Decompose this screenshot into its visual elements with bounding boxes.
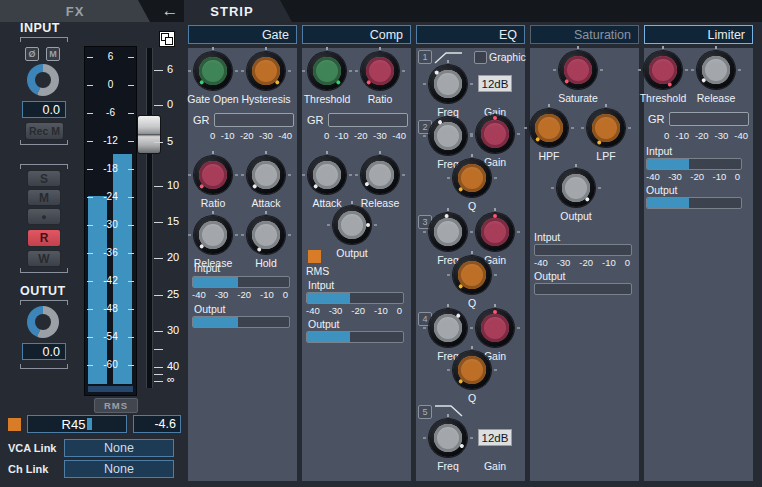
saturation-header[interactable]: Saturation (530, 25, 639, 44)
eq-band5-marker[interactable]: 5 (418, 405, 432, 419)
channel-color-swatch[interactable] (8, 418, 21, 431)
gate-hold-knob[interactable] (247, 216, 285, 254)
meter-tick: -18 (85, 163, 136, 174)
gate-header[interactable]: Gate (188, 25, 297, 44)
fader-tick (154, 186, 163, 187)
meter-tick: -12 (85, 135, 136, 146)
comp-io-scale: -40-30-20-100 (306, 305, 402, 316)
knob-indicator-dot (493, 214, 497, 218)
limiter-threshold-unit: Threshold (638, 51, 688, 104)
hpf-label: HPF (539, 150, 560, 162)
saturate-unit: Saturate (553, 51, 603, 104)
eq-header[interactable]: EQ (416, 25, 525, 44)
input-trim-knob[interactable] (27, 64, 59, 96)
mono-button[interactable]: M (46, 47, 60, 61)
solo-button[interactable]: S (27, 170, 61, 187)
meter-tick: -30 (85, 219, 136, 230)
fader-tick (154, 381, 163, 382)
fader-scale-label: 30 (167, 324, 179, 336)
bracket (20, 364, 68, 369)
back-arrow-icon[interactable]: ← (157, 1, 183, 21)
input-gain-field[interactable]: 0.0 (22, 101, 66, 118)
comp-gr-scale: 0-10-20-30-40 (324, 130, 406, 141)
comp-output-knob[interactable] (333, 206, 371, 244)
hysteresis-knob[interactable] (247, 52, 285, 90)
lpf-knob[interactable] (587, 109, 625, 147)
comp-release-knob[interactable] (361, 156, 399, 194)
ch-link-label: Ch Link (8, 463, 48, 475)
knob-indicator-dot (584, 196, 590, 202)
knob-indicator-dot (493, 310, 497, 314)
fader-handle[interactable] (137, 115, 161, 154)
tab-strip[interactable]: STRIP (184, 0, 292, 22)
comp-ratio-knob[interactable] (361, 52, 399, 90)
eq-band1-freq-unit: Freq (423, 65, 473, 118)
eq-band2-freq-knob[interactable] (429, 117, 467, 155)
saturation-output-knob[interactable] (557, 169, 595, 207)
comp-ratio-unit: Ratio (355, 52, 405, 105)
gate-attack-knob[interactable] (247, 156, 285, 194)
gate-output-label: Output (194, 303, 226, 315)
eq-band3-q-knob[interactable] (453, 256, 491, 294)
phase-invert-button[interactable]: Ø (25, 47, 39, 61)
eq-band5-gain-label: Gain (478, 460, 512, 472)
gate-hold-unit: Hold (241, 216, 291, 269)
lpf-unit: LPF (581, 109, 631, 162)
comp-rms-checkbox[interactable] (308, 250, 321, 263)
eq-band5-slope-display[interactable]: 12dB (478, 429, 512, 446)
gain-readout-field[interactable]: -4.6 (133, 415, 181, 433)
limiter-release-knob[interactable] (697, 51, 735, 89)
ch-link-dropdown[interactable]: None (64, 460, 174, 478)
output-trim-knob[interactable] (27, 306, 59, 338)
limiter-header[interactable]: Limiter (644, 25, 753, 44)
eq-band4-gain-knob[interactable] (476, 309, 514, 347)
channel-name-field[interactable]: R45 (27, 415, 127, 433)
gate-attack-unit: Attack (241, 156, 291, 209)
rec-monitor-button[interactable]: Rec M (25, 122, 64, 140)
gate-open-knob[interactable] (194, 52, 232, 90)
eq-band4-q-knob[interactable] (453, 351, 491, 389)
comp-header[interactable]: Comp (302, 25, 411, 44)
comp-threshold-knob[interactable] (308, 52, 346, 90)
output-gain-field[interactable]: 0.0 (22, 343, 66, 360)
eq-band2-gain-knob[interactable] (476, 115, 514, 153)
limiter-gr-scale: 0-10-20-30-40 (664, 130, 748, 141)
channel-name-text: R45 (62, 417, 86, 432)
rms-mode-button[interactable]: RMS (94, 398, 138, 413)
copy-icon[interactable] (159, 31, 175, 47)
automation-read-button[interactable]: R (27, 229, 61, 247)
hpf-knob[interactable] (530, 109, 568, 147)
gate-gr-meter (214, 113, 294, 127)
saturate-knob[interactable] (559, 51, 597, 89)
gate-gr-scale: 0-10-20-30-40 (210, 130, 292, 141)
gate-input-label: Intput (194, 262, 220, 274)
graphic-checkbox[interactable] (474, 51, 487, 64)
tab-fx[interactable]: FX (0, 0, 150, 22)
tab-strip-label: STRIP (210, 4, 253, 19)
eq-band3-gain-knob[interactable] (476, 213, 514, 251)
saturation-output-meter-label: Output (534, 270, 566, 282)
mute-button[interactable]: M (27, 189, 61, 206)
fader-track[interactable] (146, 48, 153, 388)
eq-band3-freq-knob[interactable] (429, 213, 467, 251)
lpf-label: LPF (596, 150, 615, 162)
gate-release-knob[interactable] (194, 216, 232, 254)
eq-band1-slope-display[interactable]: 12dB (478, 75, 512, 92)
comp-panel: Threshold Ratio GR 0-10-20-30-40 Attack … (302, 48, 411, 481)
record-enable-button[interactable]: ● (27, 208, 61, 225)
eq-band2-q-knob[interactable] (453, 159, 491, 197)
eq-band1-marker[interactable]: 1 (418, 50, 432, 64)
vca-link-dropdown[interactable]: None (64, 439, 174, 457)
comp-attack-knob[interactable] (308, 156, 346, 194)
eq-band4-freq-knob[interactable] (429, 309, 467, 347)
bracket (20, 300, 68, 305)
eq-band1-freq-knob[interactable] (429, 65, 467, 103)
gate-ratio-knob[interactable] (194, 156, 232, 194)
saturation-io-scale: -40-30-20-100 (534, 257, 630, 268)
eq-band5-freq-knob[interactable] (429, 419, 467, 457)
fader-tick (154, 331, 163, 332)
automation-write-button[interactable]: W (27, 250, 61, 267)
eq-band2-q-label: Q (468, 200, 476, 212)
limiter-threshold-knob[interactable] (644, 51, 682, 89)
knob-indicator-dot (366, 223, 370, 227)
